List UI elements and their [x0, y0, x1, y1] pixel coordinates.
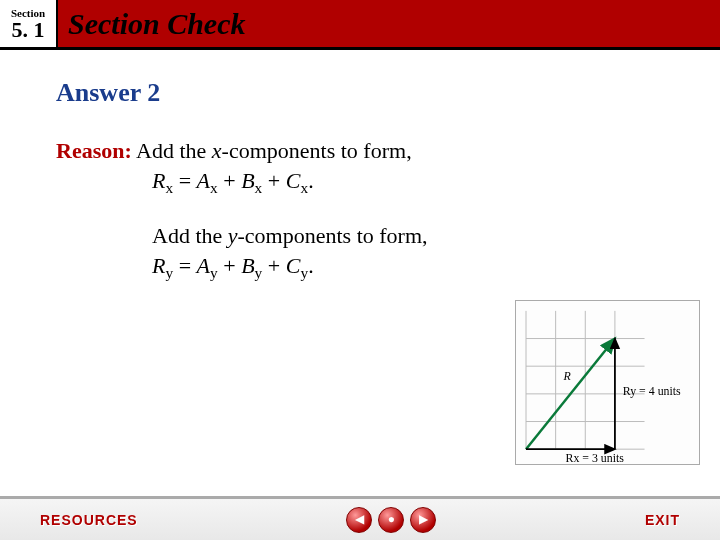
- diagram-r-label: R: [563, 369, 572, 383]
- var-x: x: [212, 138, 222, 163]
- eq1-end: .: [308, 168, 314, 193]
- content-area: Answer 2 Reason: Add the x-components to…: [0, 50, 720, 284]
- eq2-eq: =: [173, 253, 196, 278]
- vector-diagram: R Ry = 4 units Rx = 3 units: [515, 300, 700, 465]
- footer-bar: RESOURCES ◀ ● ▶ EXIT: [0, 496, 720, 540]
- resources-button[interactable]: RESOURCES: [40, 512, 138, 528]
- eq2-end: .: [308, 253, 314, 278]
- eq2-B: B: [241, 253, 254, 278]
- text: -components to form,: [222, 138, 412, 163]
- eq1-p2: +: [262, 168, 285, 193]
- text: Add the: [136, 138, 212, 163]
- section-box: Section 5. 1: [0, 0, 58, 47]
- title-box: Section Check: [58, 0, 720, 47]
- eq1-R: R: [152, 168, 165, 193]
- prev-icon: ◀: [355, 512, 364, 527]
- text: Add the: [152, 223, 228, 248]
- eq1-eq: =: [173, 168, 196, 193]
- eq1-A-sub: x: [210, 179, 218, 196]
- eq1-R-sub: x: [165, 179, 173, 196]
- var-y: y: [228, 223, 238, 248]
- reason-label: Reason:: [56, 138, 132, 163]
- eq2-R: R: [152, 253, 165, 278]
- eq2-R-sub: y: [165, 264, 173, 281]
- page-title: Section Check: [68, 7, 246, 41]
- nav-buttons: ◀ ● ▶: [138, 507, 645, 533]
- eq1-p1: +: [218, 168, 241, 193]
- diagram-rx-label: Rx = 3 units: [566, 451, 625, 464]
- prev-button[interactable]: ◀: [346, 507, 372, 533]
- eq1-A: A: [197, 168, 210, 193]
- eq1-C-sub: x: [300, 179, 308, 196]
- eq2-A-sub: y: [210, 264, 218, 281]
- diagram-ry-label: Ry = 4 units: [623, 384, 681, 398]
- reason-line-2: Add the y-components to form,: [152, 221, 664, 251]
- eq2-p1: +: [218, 253, 241, 278]
- equation-2: Ry = Ay + By + Cy.: [152, 251, 664, 284]
- next-icon: ▶: [419, 512, 428, 527]
- home-button[interactable]: ●: [378, 507, 404, 533]
- eq2-p2: +: [262, 253, 285, 278]
- equation-1: Rx = Ax + Bx + Cx.: [152, 166, 664, 199]
- reason-line-1: Reason: Add the x-components to form,: [56, 136, 664, 166]
- text: -components to form,: [238, 223, 428, 248]
- reason-block: Reason: Add the x-components to form, Rx…: [56, 136, 664, 284]
- home-icon: ●: [388, 512, 395, 527]
- answer-heading: Answer 2: [56, 78, 664, 108]
- exit-button[interactable]: EXIT: [645, 512, 680, 528]
- next-button[interactable]: ▶: [410, 507, 436, 533]
- eq1-B: B: [241, 168, 254, 193]
- eq1-C: C: [286, 168, 301, 193]
- header-bar: Section 5. 1 Section Check: [0, 0, 720, 50]
- section-number: 5. 1: [12, 19, 45, 41]
- eq2-C: C: [286, 253, 301, 278]
- eq2-C-sub: y: [300, 264, 308, 281]
- eq2-A: A: [197, 253, 210, 278]
